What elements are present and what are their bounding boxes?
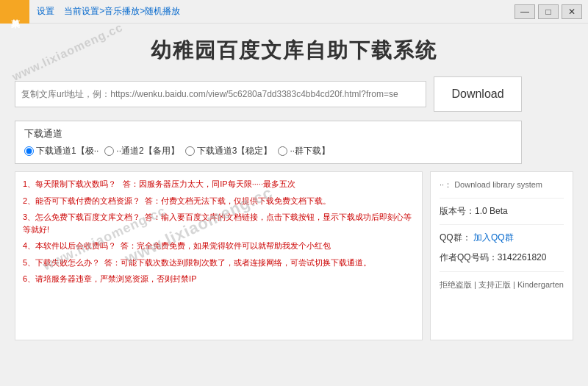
content-row: www.lixiaomeng.cc www.lixiaomeng.cc 1、每天… <box>15 171 573 340</box>
download-button[interactable]: Download <box>434 76 522 112</box>
channel-option-2[interactable]: ··通道2【备用】 <box>104 145 179 157</box>
nav-breadcrumb: 设置 当前设置>音乐播放>随机播放 <box>37 5 180 18</box>
main-content: 幼稚园百度文库自助下载系统 Download 下载通道 下载通道1【极·· ··… <box>0 24 588 348</box>
faq-q-3: 3、怎么免费下载百度文库文档？ 答：输入要百度文库的文档链接，点击下载按钮，显示… <box>23 212 412 234</box>
url-row: Download <box>15 76 573 112</box>
minimize-button[interactable]: — <box>514 4 535 19</box>
qq-group-row: QQ群： 加入QQ群 <box>440 231 564 245</box>
faq-item-6: 6、请培服务器违章，严禁浏览资源，否则封禁IP <box>23 273 415 285</box>
info-panel: www.lixiaomeng.cc ··： Download library s… <box>430 171 573 340</box>
faq-q-2: 2、能否可下载付费的文档资源？ 答：付费文档无法下载，仅提供下载免费文档下载。 <box>23 196 331 205</box>
faq-q-6: 6、请培服务器违章，严禁浏览资源，否则封禁IP <box>23 274 197 283</box>
channel-radio-3[interactable] <box>185 146 195 156</box>
faq-q-5: 5、下载失败怎么办？ 答：可能下载次数达到限制次数了，或者连接网络，可尝试切换下… <box>23 258 371 267</box>
channel-label-3: 下载通道3【稳定】 <box>197 145 273 157</box>
channel-option-3[interactable]: 下载通道3【稳定】 <box>185 145 273 157</box>
title-bar: 菜单 设置 当前设置>音乐播放>随机播放 — □ ✕ <box>0 0 588 24</box>
channel-section: 下载通道 下载通道1【极·· ··通道2【备用】 下载通道3【稳定】 ··群下载… <box>15 121 522 164</box>
faq-panel: www.lixiaomeng.cc www.lixiaomeng.cc 1、每天… <box>15 171 423 340</box>
app-title: 幼稚园百度文库自助下载系统 <box>15 37 573 65</box>
channel-radio-4[interactable] <box>278 146 287 156</box>
faq-item-4: 4、本软件以后会收费吗？ 答：完全免费免费，如果觉得软件可以就帮助我发个小红包 <box>23 240 415 252</box>
info-divider-3 <box>440 271 564 272</box>
channel-options: 下载通道1【极·· ··通道2【备用】 下载通道3【稳定】 ··群下载】 <box>24 145 512 157</box>
info-divider-2 <box>440 224 564 225</box>
channel-option-1[interactable]: 下载通道1【极·· <box>24 145 98 157</box>
maximize-button[interactable]: □ <box>538 4 559 19</box>
qq-group-label: QQ群： <box>440 232 471 243</box>
version-row: 版本号：1.0 Beta <box>440 204 564 218</box>
close-button[interactable]: ✕ <box>562 4 582 19</box>
info-footer: 拒绝盗版 | 支持正版 | Kindergarten <box>440 279 564 290</box>
channel-radio-1[interactable] <box>24 146 34 156</box>
faq-q-4: 4、本软件以后会收费吗？ 答：完全免费免费，如果觉得软件可以就帮助我发个小红包 <box>23 241 331 250</box>
faq-item-1: 1、每天限制下载次数吗？ 答：因服务器压力太大，同IP每天限·····最多五次 <box>23 178 415 190</box>
qq-group-link[interactable]: 加入QQ群 <box>473 232 514 243</box>
channel-label-1: 下载通道1【极·· <box>36 145 98 157</box>
channel-title: 下载通道 <box>24 127 512 140</box>
window-controls: — □ ✕ <box>514 4 582 19</box>
faq-item-5: 5、下载失败怎么办？ 答：可能下载次数达到限制次数了，或者连接网络，可尝试切换下… <box>23 257 415 269</box>
info-subtitle: ··： Download library system <box>440 179 564 190</box>
faq-item-2: 2、能否可下载付费的文档资源？ 答：付费文档无法下载，仅提供下载免费文档下载。 <box>23 195 415 207</box>
channel-radio-2[interactable] <box>104 146 114 156</box>
nav-path: 当前设置>音乐播放>随机播放 <box>64 6 180 16</box>
channel-option-4[interactable]: ··群下载】 <box>278 145 330 157</box>
channel-label-4: ··群下载】 <box>290 145 330 157</box>
faq-item-3: 3、怎么免费下载百度文库文档？ 答：输入要百度文库的文档链接，点击下载按钮，显示… <box>23 211 415 235</box>
info-divider-1 <box>440 198 564 199</box>
faq-q-1: 1、每天限制下载次数吗？ 答：因服务器压力太大，同IP每天限·····最多五次 <box>23 179 295 188</box>
qq-number-row: 作者QQ号码：3142261820 <box>440 251 564 265</box>
menu-button[interactable]: 菜单 <box>0 0 29 24</box>
url-input[interactable] <box>15 81 426 107</box>
channel-label-2: ··通道2【备用】 <box>116 145 179 157</box>
settings-label[interactable]: 设置 <box>37 6 54 16</box>
